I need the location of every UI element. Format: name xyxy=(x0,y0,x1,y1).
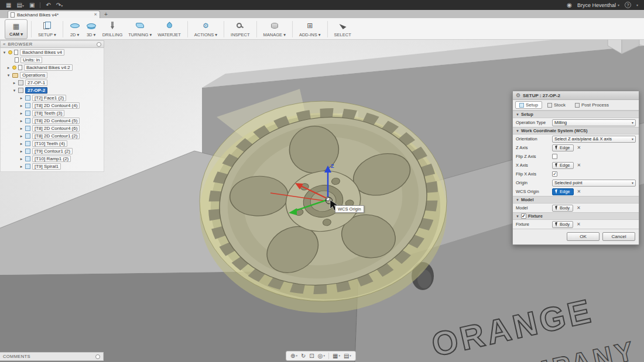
tree-item-operation[interactable]: ▸ [T8] 2D Contour4 (6) xyxy=(1,125,104,132)
z-axis-select-button[interactable]: Edge xyxy=(552,144,574,151)
field-label: Z Axis xyxy=(516,145,550,150)
toolbar-item-3d[interactable]: 3D ▾ xyxy=(83,19,100,39)
origin-select[interactable]: Selected point ▾ xyxy=(552,180,636,187)
chevron-right-icon[interactable]: ▸ xyxy=(19,104,23,108)
tree-item-units[interactable]: Units: in xyxy=(1,56,104,64)
clear-x-axis-icon[interactable]: ✕ xyxy=(577,163,581,168)
z-axis-label: Z xyxy=(331,163,334,169)
cancel-button[interactable]: Cancel xyxy=(602,232,635,241)
section-model[interactable]: ▼ Model xyxy=(513,196,639,204)
tab-stock[interactable]: Stock xyxy=(543,101,570,109)
collapse-panel-icon[interactable]: « xyxy=(3,42,5,47)
ok-button[interactable]: OK xyxy=(567,232,600,241)
flip-x-checkbox[interactable] xyxy=(552,171,557,177)
chevron-down-icon[interactable]: ▾ xyxy=(2,50,6,55)
comments-bar[interactable]: COMMENTS xyxy=(0,352,104,361)
tree-item-operation[interactable]: ▸ [T10] Teeth (4) xyxy=(1,140,104,147)
chevron-right-icon[interactable]: ▸ xyxy=(6,65,11,70)
orbit-icon[interactable]: ⊕▾ xyxy=(290,353,297,359)
x-axis-select-button[interactable]: Edge xyxy=(552,162,574,169)
display-settings-icon[interactable] xyxy=(97,42,101,47)
flip-z-checkbox[interactable] xyxy=(552,154,557,159)
tab-setup[interactable]: Setup xyxy=(515,101,542,109)
chevron-down-icon[interactable]: ▾ xyxy=(6,73,11,78)
toolbar-item-turning[interactable]: TURNING ▾ xyxy=(125,19,155,39)
toolbar-item-waterjet[interactable]: WATERJET xyxy=(155,19,184,39)
dialog-title: SETUP : 27-OP-2 xyxy=(523,93,560,98)
chevron-right-icon[interactable]: ▸ xyxy=(19,134,23,139)
chevron-down-icon[interactable]: ▾ xyxy=(636,3,638,7)
tree-item-operation[interactable]: ▸ [T8] 2D Contour1 (2) xyxy=(1,132,104,140)
undo-icon[interactable]: ↶ xyxy=(46,2,50,8)
visibility-bulb-icon[interactable] xyxy=(8,50,12,54)
chevron-right-icon[interactable]: ▸ xyxy=(19,142,23,146)
chevron-right-icon[interactable]: ▸ xyxy=(19,164,23,169)
clear-z-axis-icon[interactable]: ✕ xyxy=(577,145,581,150)
wcs-origin-select-button[interactable]: Edge xyxy=(552,188,574,195)
toolbar-item-2d[interactable]: 2D ▾ xyxy=(67,19,83,39)
tree-item-setup-op2[interactable]: ▾ 27-OP-2 xyxy=(1,87,104,94)
tree-item-operation[interactable]: ▸ [T10] Ramp1 (2) xyxy=(1,155,104,163)
chevron-down-icon[interactable]: ▾ xyxy=(12,88,16,93)
chevron-right-icon[interactable]: ▸ xyxy=(12,81,16,85)
chevron-right-icon[interactable]: ▸ xyxy=(19,96,23,101)
zoom-icon[interactable]: ⊡ xyxy=(309,353,314,359)
clear-fixture-icon[interactable]: ✕ xyxy=(577,222,581,227)
chevron-right-icon[interactable]: ▸ xyxy=(19,111,23,116)
comments-settings-icon[interactable] xyxy=(95,354,100,359)
new-tab-button[interactable]: + xyxy=(104,11,108,18)
document-tab[interactable]: Backhand Bikes v4* ✕ xyxy=(8,11,100,18)
orientation-select[interactable]: Select Z axis/plane && X axis ▾ xyxy=(552,136,636,143)
toolbar-item-addins[interactable]: ⊞ ADD-INS ▾ xyxy=(296,19,324,39)
live-status-icon[interactable]: ◉ xyxy=(567,2,572,8)
tab-post-process[interactable]: Post Process xyxy=(571,101,613,109)
grid-settings-icon[interactable]: ▤▾ xyxy=(344,353,351,359)
toolbar-item-select[interactable]: SELECT xyxy=(331,19,354,39)
operation-type-select[interactable]: Milling ▾ xyxy=(552,119,636,126)
toolbar-item-manage[interactable]: MANAGE ▾ xyxy=(261,19,289,39)
browser-panel: « BROWSER ▾ Backhand Bikes v4 Units: in … xyxy=(0,40,104,172)
model-select-button[interactable]: Body xyxy=(552,205,573,212)
workspace-switcher-cam[interactable]: ▦ CAM ▾ xyxy=(5,19,28,39)
toolbar-item-drilling[interactable]: DRILLING xyxy=(100,19,126,39)
toolbar-item-inspect[interactable]: INSPECT xyxy=(228,19,253,39)
tree-item-operation[interactable]: ▸ [T8] 2D Contour4 (5) xyxy=(1,117,104,125)
toolbar-item-actions[interactable]: ⚙ ACTIONS ▾ xyxy=(191,19,220,39)
pan-icon[interactable]: ↻ xyxy=(301,353,306,359)
file-menu-icon[interactable]: ▤▾ xyxy=(16,2,23,8)
tree-item-operation[interactable]: ▸ [T9] Contour1 (2) xyxy=(1,147,104,155)
tree-item-model[interactable]: ▸ Backhand Bikes v4:2 xyxy=(1,64,104,71)
close-tab-icon[interactable]: ✕ xyxy=(94,12,97,17)
redo-icon[interactable]: ↷▾ xyxy=(56,2,63,8)
user-menu[interactable]: Bryce Heventhal▾ xyxy=(577,2,619,8)
fixture-select-button[interactable]: Body xyxy=(552,221,573,228)
app-grid-icon[interactable]: ▦ xyxy=(6,2,11,8)
display-settings-icon[interactable]: ▦▾ xyxy=(333,353,340,359)
chevron-right-icon[interactable]: ▸ xyxy=(19,119,23,123)
clear-wcs-origin-icon[interactable]: ✕ xyxy=(577,189,581,194)
toolbar-item-setup[interactable]: SETUP ▾ xyxy=(35,19,59,39)
clear-model-icon[interactable]: ✕ xyxy=(577,205,581,211)
tree-item-operation[interactable]: ▸ [T8] 2D Contour4 (4) xyxy=(1,102,104,109)
section-setup[interactable]: ▼ Setup xyxy=(513,111,639,118)
tree-item-setup-op1[interactable]: ▸ 27-OP-1 xyxy=(1,79,104,87)
browser-header[interactable]: « BROWSER xyxy=(0,40,104,48)
tree-item-root[interactable]: ▾ Backhand Bikes v4 xyxy=(1,49,104,56)
tree-item-operation[interactable]: ▸ [T8] Teeth (3) xyxy=(1,109,104,117)
section-wcs[interactable]: ▼ Work Coordinate System (WCS) xyxy=(513,127,639,135)
fit-view-icon[interactable]: ◎▾ xyxy=(318,353,325,359)
save-icon[interactable]: ▣ xyxy=(29,2,35,8)
tree-item-operation[interactable]: ▸ [T9] Spiral1 xyxy=(1,163,104,170)
field-label: WCS Origin xyxy=(516,189,550,194)
chevron-right-icon[interactable]: ▸ xyxy=(19,157,23,161)
fixture-enabled-checkbox[interactable] xyxy=(521,213,526,219)
dialog-header[interactable]: ⚙ SETUP : 27-OP-2 xyxy=(513,91,639,100)
tree-item-operations[interactable]: ▾ Operations xyxy=(1,71,104,79)
visibility-bulb-icon[interactable] xyxy=(12,65,16,70)
chevron-right-icon[interactable]: ▸ xyxy=(19,126,23,131)
toolpath-icon xyxy=(25,103,30,108)
chevron-right-icon[interactable]: ▸ xyxy=(19,149,23,154)
tree-item-operation[interactable]: ▸ [T2] Face1 (2) xyxy=(1,94,104,102)
help-icon[interactable]: ? xyxy=(625,2,631,8)
section-fixture[interactable]: ▼ Fixture xyxy=(513,212,639,220)
